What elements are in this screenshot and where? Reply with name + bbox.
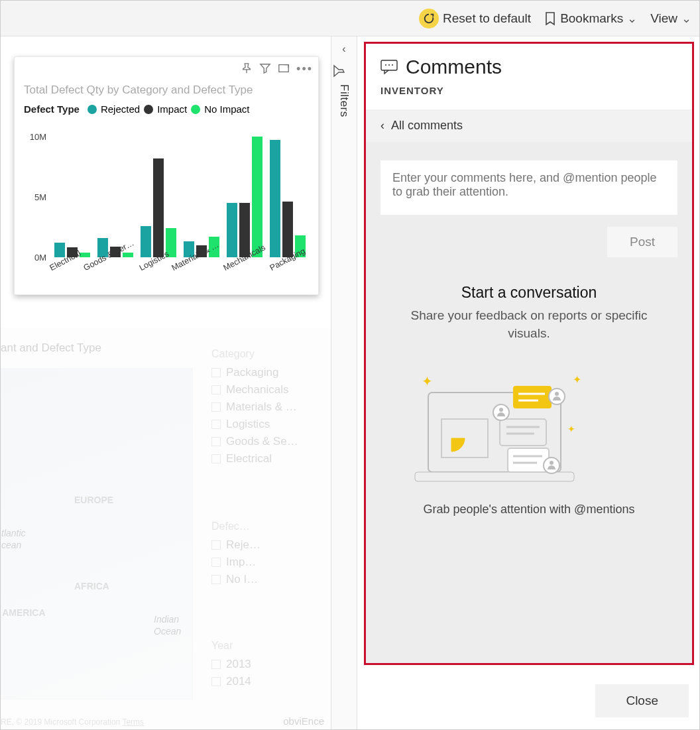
map-label-ocean1: cean [1, 540, 21, 550]
filter-icon[interactable] [259, 62, 271, 76]
slicer-item[interactable]: 2014 [211, 673, 324, 690]
chevron-left-icon: ‹ [380, 119, 384, 133]
comment-input[interactable] [380, 160, 677, 215]
slicer-item-label: Goods & Se… [226, 435, 298, 448]
svg-text:✦: ✦ [422, 374, 433, 389]
checkbox-icon [211, 454, 221, 463]
checkbox-icon [211, 385, 221, 395]
checkbox-icon [211, 558, 221, 567]
checkbox-icon [211, 660, 221, 669]
collapse-icon[interactable]: ‹ [331, 43, 357, 55]
map-label-europe: EUROPE [74, 495, 113, 505]
reset-to-default-button[interactable]: Reset to default [419, 9, 531, 29]
bar[interactable] [153, 158, 164, 257]
filters-label: Filters [337, 84, 351, 117]
comments-title: Comments [406, 56, 502, 78]
reset-label: Reset to default [443, 11, 531, 26]
bar-group [137, 137, 180, 257]
legend-swatch [144, 105, 153, 114]
bookmarks-button[interactable]: Bookmarks ⌄ [544, 11, 637, 26]
svg-point-15 [555, 392, 559, 396]
post-button[interactable]: Post [607, 227, 677, 257]
slicer-item-label: No I… [226, 573, 258, 586]
slicer-item[interactable]: Logistics [211, 416, 324, 433]
slicer-item-label: Logistics [226, 418, 270, 431]
chart-visual[interactable]: ••• Total Defect Qty by Category and Def… [14, 56, 319, 295]
svg-rect-11 [513, 386, 552, 408]
faded-title: ant and Defect Type [1, 341, 101, 355]
filters-pane-collapsed[interactable]: ‹ Filters [331, 36, 357, 729]
report-canvas: ••• Total Defect Qty by Category and Def… [1, 36, 331, 729]
pin-icon[interactable] [241, 62, 253, 76]
checkbox-icon [211, 420, 221, 429]
bar[interactable] [227, 203, 237, 257]
slicer-header: Defec… [211, 520, 324, 532]
view-label: View [650, 11, 677, 26]
slicer-category[interactable]: Category PackagingMechanicalsMaterials &… [211, 348, 324, 467]
slicer-item[interactable]: Packaging [211, 364, 324, 381]
y-tick: 5M [34, 192, 46, 202]
legend-item: Impact [157, 103, 187, 115]
slicer-item[interactable]: Electrical [211, 450, 324, 467]
slicer-item[interactable]: No I… [211, 571, 324, 588]
slicer-item[interactable]: Goods & Se… [211, 433, 324, 450]
svg-point-2 [385, 64, 386, 66]
bar[interactable] [270, 140, 280, 257]
bar-group [266, 137, 309, 257]
slicer-item[interactable]: Imp… [211, 554, 324, 571]
empty-state-text: Share your feedback on reports or specif… [395, 307, 663, 342]
legend-label: Defect Type [24, 103, 80, 115]
slicer-item[interactable]: Reje… [211, 536, 324, 554]
empty-state-footer: Grab people's attention with @mentions [395, 503, 663, 517]
bookmarks-label: Bookmarks [560, 11, 623, 26]
checkbox-icon [211, 677, 221, 686]
svg-text:✦: ✦ [573, 374, 581, 385]
y-axis: 10M 5M 0M [24, 137, 49, 257]
svg-rect-8 [500, 419, 546, 446]
empty-state: Start a conversation Share your feedback… [380, 257, 677, 523]
svg-rect-0 [279, 65, 288, 72]
y-tick: 0M [34, 253, 46, 263]
slicer-header: Category [211, 348, 324, 360]
top-toolbar: Reset to default Bookmarks ⌄ View ⌄ [1, 1, 699, 36]
view-button[interactable]: View ⌄ [650, 11, 691, 26]
slicer-item-label: Electrical [226, 452, 272, 465]
legend-item: Rejected [101, 103, 140, 115]
brand-label: obviEnce [283, 715, 324, 727]
svg-text:✦: ✦ [567, 424, 575, 434]
faded-canvas-content: ant and Defect Type Impact No Impact EUR… [1, 341, 331, 729]
bookmark-icon [544, 11, 556, 26]
map-label-indian: Indian [154, 614, 179, 625]
slicer-item[interactable]: 2013 [211, 656, 324, 673]
svg-rect-18 [508, 448, 549, 472]
comment-icon [380, 59, 398, 75]
slicer-defect[interactable]: Defec… Reje…Imp…No I… [211, 520, 324, 588]
visual-action-toolbar: ••• [241, 62, 313, 76]
slicer-header: Year [211, 640, 324, 652]
more-options-icon[interactable]: ••• [296, 62, 313, 76]
filter-pane-icon [331, 64, 357, 78]
svg-point-22 [550, 461, 554, 465]
slicer-year[interactable]: Year 20132014 [211, 640, 324, 690]
conversation-illustration: ✦ ✦ ✦ [395, 359, 663, 492]
bar-group [180, 137, 223, 257]
slicer-item[interactable]: Mechanicals [211, 381, 324, 398]
map-label-africa: AFRICA [74, 581, 109, 591]
x-axis-labels: ElectricalGoods & Ser…LogisticsMaterials… [50, 257, 309, 286]
map-label-atlantic: tlantic [1, 528, 26, 538]
svg-point-3 [388, 64, 390, 66]
chevron-down-icon: ⌄ [627, 11, 637, 26]
terms-link[interactable]: Terms [122, 717, 144, 727]
svg-point-4 [392, 64, 393, 66]
legend-swatch [88, 105, 97, 114]
slicer-item-label: 2013 [226, 658, 251, 671]
close-button[interactable]: Close [595, 684, 689, 717]
slicer-item[interactable]: Materials & … [211, 398, 324, 416]
checkbox-icon [211, 368, 221, 377]
y-tick: 10M [30, 132, 46, 142]
slicer-item-label: Mechanicals [226, 383, 289, 396]
comments-pane: Comments INVENTORY ‹ All comments Post S… [364, 42, 694, 665]
focus-mode-icon[interactable] [278, 62, 290, 76]
slicer-item-label: 2014 [226, 675, 251, 688]
all-comments-back-button[interactable]: ‹ All comments [366, 109, 692, 142]
